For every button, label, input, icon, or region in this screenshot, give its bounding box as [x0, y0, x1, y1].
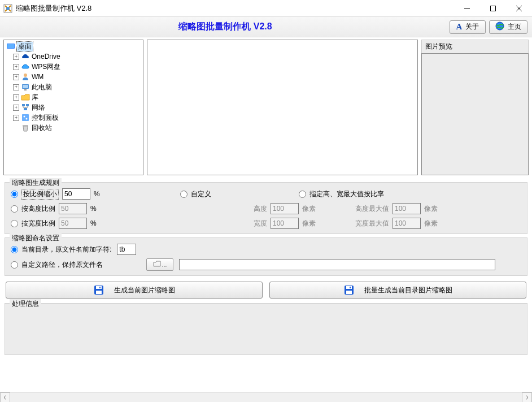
tree-item-user[interactable]: + WM	[5, 72, 142, 82]
file-list-panel[interactable]	[147, 40, 418, 175]
save-icon	[94, 285, 104, 295]
tree-item-onedrive[interactable]: + OneDrive	[5, 51, 142, 62]
svg-point-18	[26, 118, 28, 120]
recycle-bin-icon	[21, 123, 30, 132]
custom-path-input[interactable]	[179, 259, 495, 270]
naming-group: 缩略图命名设置 当前目录，原文件名前加字符: 自定义路径，保持原文件名 ...	[5, 237, 527, 276]
globe-icon	[495, 21, 504, 32]
minimize-button[interactable]	[454, 0, 480, 16]
svg-point-1	[6, 7, 10, 10]
radio-by-width[interactable]	[11, 220, 18, 227]
library-icon	[21, 93, 30, 102]
svg-rect-12	[24, 89, 27, 90]
svg-rect-27	[350, 287, 351, 288]
radio-custom[interactable]	[180, 191, 187, 198]
pc-icon	[21, 83, 30, 92]
radio-by-ratio[interactable]	[11, 191, 18, 198]
user-icon	[21, 72, 30, 81]
tree-item-lib[interactable]: + 库	[5, 92, 142, 102]
font-icon: A	[456, 22, 463, 32]
scroll-right-arrow[interactable]	[522, 392, 532, 403]
svg-rect-11	[23, 85, 28, 88]
preview-panel	[421, 53, 529, 175]
radio-custom-path[interactable]	[11, 261, 18, 269]
tree-item-recycle-bin[interactable]: 回收站	[5, 123, 142, 133]
svg-rect-19	[23, 125, 28, 126]
processing-legend: 处理信息	[10, 299, 41, 309]
max-height-input[interactable]	[393, 203, 421, 214]
scroll-left-arrow[interactable]	[0, 392, 10, 403]
expand-icon[interactable]: +	[13, 115, 19, 121]
expand-icon[interactable]: +	[13, 94, 19, 101]
naming-legend: 缩略图命名设置	[10, 234, 62, 243]
expand-icon[interactable]: +	[13, 84, 19, 90]
tree-item-control-panel[interactable]: + 控制面板	[5, 113, 142, 123]
expand-icon[interactable]: +	[13, 105, 19, 111]
browse-button[interactable]: ...	[146, 258, 173, 271]
svg-rect-23	[99, 287, 101, 288]
close-button[interactable]	[506, 0, 532, 16]
expand-icon[interactable]: +	[13, 54, 19, 60]
desktop-icon	[6, 42, 15, 51]
expand-icon[interactable]: +	[13, 64, 19, 70]
radio-max[interactable]	[299, 191, 306, 198]
svg-rect-3	[491, 6, 496, 11]
about-button[interactable]: A 关于	[450, 20, 486, 34]
svg-rect-13	[22, 104, 25, 106]
tree-item-wps[interactable]: + WPS网盘	[5, 62, 142, 72]
app-icon	[3, 4, 12, 13]
svg-point-17	[24, 116, 25, 118]
svg-point-6	[496, 22, 504, 30]
rules-group: 缩略图生成规则 按比例缩小 % 自定义 指定高、宽最大值按比率 按高度比例 % …	[5, 182, 527, 234]
app-label: 缩略图批量制作机 V2.8	[178, 21, 272, 31]
onedrive-icon	[21, 52, 30, 61]
svg-rect-16	[22, 114, 29, 121]
svg-rect-25	[346, 286, 352, 289]
max-width-input[interactable]	[393, 218, 421, 229]
folder-open-icon	[153, 261, 161, 269]
preview-title: 图片预览	[421, 40, 529, 53]
tree-item-pc[interactable]: + 此电脑	[5, 82, 142, 92]
radio-current-dir[interactable]	[11, 246, 18, 253]
cloud-icon	[21, 62, 30, 71]
maximize-button[interactable]	[480, 0, 506, 16]
generate-current-button[interactable]: 生成当前图片缩略图	[6, 282, 263, 299]
width-ratio-input[interactable]	[59, 218, 87, 229]
custom-height-input[interactable]	[271, 203, 299, 214]
svg-rect-26	[346, 291, 352, 294]
folder-tree[interactable]: 桌面 + OneDrive + WPS网盘 + WM + 此电脑	[3, 40, 143, 175]
header-bar: 缩略图批量制作机 V2.8 A 关于 主页	[0, 17, 532, 37]
save-icon	[344, 285, 354, 295]
tree-item-network[interactable]: + 网络	[5, 102, 142, 113]
svg-point-9	[24, 74, 27, 77]
svg-rect-15	[24, 108, 27, 110]
radio-by-height[interactable]	[11, 205, 18, 213]
expand-icon[interactable]: +	[13, 74, 19, 80]
svg-rect-14	[26, 104, 29, 106]
window-title: 缩略图批量制作机 V2.8	[16, 3, 454, 14]
prefix-input[interactable]	[117, 244, 136, 255]
control-panel-icon	[21, 113, 30, 122]
custom-width-input[interactable]	[271, 218, 299, 229]
processing-info-group: 处理信息	[5, 303, 527, 355]
ratio-input[interactable]	[62, 188, 90, 200]
svg-rect-21	[96, 286, 102, 289]
home-button[interactable]: 主页	[489, 20, 527, 34]
horizontal-scrollbar[interactable]	[0, 392, 532, 402]
height-ratio-input[interactable]	[59, 203, 87, 214]
title-bar: 缩略图批量制作机 V2.8	[0, 0, 532, 17]
network-icon	[21, 103, 30, 112]
tree-root-desktop[interactable]: 桌面	[5, 41, 142, 51]
rules-legend: 缩略图生成规则	[10, 178, 62, 188]
generate-batch-button[interactable]: 批量生成当前目录图片缩略图	[269, 282, 526, 299]
svg-rect-22	[96, 291, 102, 294]
svg-rect-8	[7, 44, 14, 48]
